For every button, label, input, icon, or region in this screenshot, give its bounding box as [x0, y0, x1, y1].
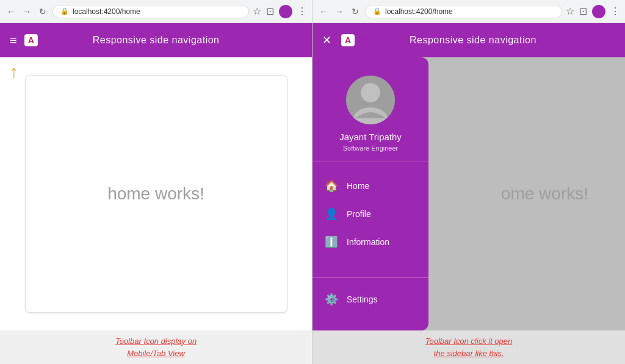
nav-label-information: Information: [347, 237, 389, 247]
extensions-icon-right[interactable]: ⊡: [579, 5, 587, 17]
lock-icon-right: 🔒: [373, 7, 381, 15]
browser-chrome-left: ← → ↻ 🔒 localhost:4200/home ☆ ⊡ ⋮: [0, 0, 312, 23]
url-right: localhost:4200/home: [385, 7, 453, 16]
close-icon[interactable]: ✕: [322, 34, 331, 47]
url-left: localhost:4200/home: [73, 7, 140, 16]
browser-chrome-right: ← → ↻ 🔒 localhost:4200/home ☆ ⊡ ⋮: [312, 0, 625, 23]
more-menu-left[interactable]: ⋮: [297, 5, 307, 17]
content-area-right: Jayant Tripathy Software Engineer 🏠 Home…: [312, 57, 625, 330]
right-browser-panel: ← → ↻ 🔒 localhost:4200/home ☆ ⊡ ⋮ ✕ A NG…: [312, 0, 625, 364]
user-role: Software Engineer: [343, 145, 399, 152]
settings-icon: ⚙️: [325, 293, 337, 306]
angular-a-letter-right: A: [345, 35, 351, 45]
browser-extra-icons-right: ☆ ⊡ ⋮: [566, 5, 620, 18]
profile-icon: 👤: [325, 207, 337, 221]
nav-label-settings: Settings: [347, 294, 378, 304]
hamburger-menu-icon[interactable]: ≡: [10, 34, 17, 48]
caption-right-line1: Toolbar Icon click it open: [425, 337, 513, 346]
caption-left-line2: Mobile/Tab View: [127, 349, 185, 358]
sidebar-settings: ⚙️ Settings: [312, 280, 428, 318]
address-bar-left[interactable]: 🔒 localhost:4200/home: [52, 5, 249, 18]
toolbar-title-left: Responsive side navigation: [93, 35, 220, 46]
nav-label-profile: Profile: [347, 209, 371, 219]
sidebar-divider: [312, 277, 428, 278]
left-browser-panel: ← → ↻ 🔒 localhost:4200/home ☆ ⊡ ⋮ ≡ A NG…: [0, 0, 312, 364]
sidebar-profile: Jayant Tripathy Software Engineer: [312, 70, 428, 162]
app-right: ✕ A NGULAR Responsive side navigation: [312, 23, 625, 364]
profile-avatar-right[interactable]: [592, 5, 605, 18]
user-name: Jayant Tripathy: [339, 132, 402, 142]
nav-item-settings[interactable]: ⚙️ Settings: [312, 285, 428, 313]
avatar-svg: [346, 76, 395, 124]
sidebar: Jayant Tripathy Software Engineer 🏠 Home…: [312, 57, 428, 330]
svg-point-3: [362, 84, 379, 101]
more-menu-right[interactable]: ⋮: [610, 5, 620, 17]
caption-left: Toolbar Icon display on Mobile/Tab View: [0, 330, 312, 364]
lock-icon-left: 🔒: [60, 7, 69, 15]
address-bar-right[interactable]: 🔒 localhost:4200/home: [365, 5, 562, 18]
nav-item-profile[interactable]: 👤 Profile: [312, 200, 428, 228]
back-button-left[interactable]: ←: [5, 5, 17, 18]
profile-avatar-left[interactable]: [279, 5, 292, 18]
star-icon-right[interactable]: ☆: [566, 5, 574, 17]
toolbar-left: ≡ A NGULAR Responsive side navigation: [0, 23, 312, 57]
nav-item-home[interactable]: 🏠 Home: [312, 172, 428, 200]
angular-text-right: NGULAR: [362, 35, 402, 45]
forward-button-left[interactable]: →: [21, 5, 33, 18]
back-button-right[interactable]: ←: [317, 5, 330, 18]
forward-button-right[interactable]: →: [333, 5, 345, 18]
caption-right-line2: the sidebar like this.: [434, 349, 504, 358]
home-icon: 🏠: [325, 179, 337, 193]
app-left: ≡ A NGULAR Responsive side navigation ↑ …: [0, 23, 312, 364]
browser-extra-icons-left: ☆ ⊡ ⋮: [253, 5, 307, 18]
angular-a-letter: A: [28, 35, 34, 45]
home-works-left: home works!: [107, 184, 204, 204]
angular-text-left: NGULAR: [45, 35, 85, 45]
home-works-partial: ome works!: [501, 184, 588, 204]
toolbar-right: ✕ A NGULAR Responsive side navigation: [312, 23, 625, 57]
toolbar-title-right: Responsive side navigation: [410, 35, 536, 46]
sidebar-nav: 🏠 Home 👤 Profile ℹ️ Information: [312, 167, 428, 275]
star-icon-left[interactable]: ☆: [253, 5, 261, 17]
caption-right: Toolbar Icon click it open the sidebar l…: [312, 330, 625, 364]
reload-button-left[interactable]: ↻: [37, 5, 49, 18]
extensions-icon-left[interactable]: ⊡: [266, 5, 274, 17]
info-icon: ℹ️: [325, 235, 337, 249]
main-card-left: home works!: [25, 75, 287, 313]
content-area-left: ↑ home works!: [0, 57, 312, 330]
angular-logo-left: A: [24, 34, 38, 46]
user-avatar: [346, 76, 395, 124]
caption-left-line1: Toolbar Icon display on: [115, 337, 197, 346]
reload-button-right[interactable]: ↻: [349, 5, 361, 18]
nav-item-information[interactable]: ℹ️ Information: [312, 228, 428, 256]
up-arrow-indicator: ↑: [10, 63, 18, 80]
nav-label-home: Home: [347, 181, 369, 191]
angular-logo-right: A: [341, 34, 355, 46]
